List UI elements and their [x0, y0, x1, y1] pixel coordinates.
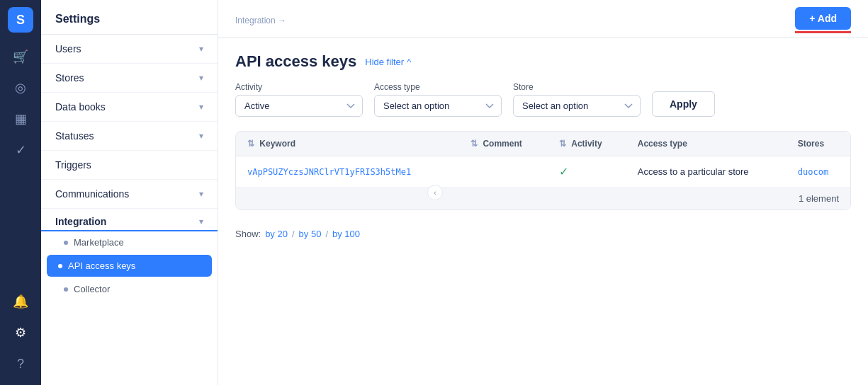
sidebar-section-triggers: Triggers	[41, 151, 218, 180]
activity-filter-label: Activity	[235, 82, 363, 92]
sort-icon: ⇅	[247, 139, 254, 149]
add-button[interactable]: + Add	[795, 7, 851, 30]
bullet-icon	[58, 264, 62, 268]
store-filter-select[interactable]: Select an option	[513, 95, 641, 117]
sidebar: Settings Users ▾ Stores ▾ Data books ▾ S…	[41, 0, 218, 385]
icon-bar: S 🛒 ◎ ▦ ✓ 🔔 ⚙ ?	[0, 0, 41, 385]
check-circle-icon[interactable]: ✓	[6, 136, 35, 164]
activity-cell: ✓	[548, 156, 626, 188]
sidebar-item-api-access-keys[interactable]: API access keys	[47, 255, 212, 277]
show-100-link[interactable]: by 100	[332, 229, 360, 239]
cart-icon[interactable]: 🛒	[6, 42, 35, 71]
keyword-cell: vApPSUZYczsJNRClrVT1yFRIS3h5tMe1	[236, 156, 459, 188]
filter-row: Activity Active Inactive All Access type…	[235, 82, 851, 117]
add-button-underline	[795, 31, 851, 33]
hide-filter-link[interactable]: Hide filter ^	[365, 57, 411, 67]
sidebar-item-databooks[interactable]: Data books ▾	[41, 93, 218, 121]
access-type-filter-label: Access type	[374, 82, 502, 92]
sort-icon: ⇅	[559, 139, 566, 149]
gear-icon[interactable]: ⚙	[6, 318, 35, 347]
access-type-cell: Access to a particular store	[626, 156, 787, 188]
store-filter-group: Store Select an option	[513, 82, 641, 117]
chevron-down-icon: ▾	[199, 131, 203, 141]
keyword-column-header[interactable]: ⇅ Keyword	[236, 132, 459, 156]
sidebar-title: Settings	[41, 0, 218, 35]
app-logo[interactable]: S	[8, 7, 33, 33]
show-20-link[interactable]: by 20	[265, 229, 288, 239]
store-link[interactable]: duocom	[798, 167, 828, 177]
sidebar-section-statuses: Statuses ▾	[41, 122, 218, 151]
sidebar-section-stores: Stores ▾	[41, 64, 218, 93]
activity-filter-select[interactable]: Active Inactive All	[235, 95, 363, 117]
sort-icon: ⇅	[470, 139, 478, 149]
separator: /	[292, 229, 295, 239]
sidebar-item-communications[interactable]: Communications ▾	[41, 180, 218, 208]
page-title-row: API access keys Hide filter ^	[235, 52, 851, 71]
integration-label: Integration	[55, 216, 106, 227]
sidebar-item-marketplace-label: Marketplace	[74, 237, 124, 248]
sidebar-item-triggers[interactable]: Triggers	[41, 151, 218, 179]
bell-icon[interactable]: 🔔	[6, 287, 35, 316]
access-type-column-header: Access type	[626, 132, 787, 156]
element-count-row: 1 element	[236, 188, 850, 210]
access-type-filter-select[interactable]: Select an option	[374, 95, 502, 117]
keyword-link[interactable]: vApPSUZYczsJNRClrVT1yFRIS3h5tMe1	[247, 167, 411, 177]
sidebar-section-databooks: Data books ▾	[41, 93, 218, 122]
chart-icon[interactable]: ▦	[6, 105, 35, 133]
pagination-row: Show: by 20 / by 50 / by 100	[235, 222, 851, 246]
show-50-link[interactable]: by 50	[299, 229, 322, 239]
sidebar-section-users: Users ▾	[41, 35, 218, 64]
comment-cell	[459, 156, 548, 188]
sidebar-section-communications: Communications ▾	[41, 180, 218, 209]
separator: /	[325, 229, 328, 239]
element-count: 1 element	[799, 193, 839, 204]
active-check-icon: ✓	[559, 166, 568, 178]
sidebar-item-collector[interactable]: Collector	[41, 278, 218, 300]
sidebar-collapse-button[interactable]: ‹	[427, 185, 443, 200]
activity-filter-group: Activity Active Inactive All	[235, 82, 363, 117]
main-content: Integration → + Add API access keys Hide…	[218, 0, 868, 385]
topbar: Integration → + Add	[218, 0, 868, 38]
chevron-down-icon: ▾	[199, 217, 203, 226]
bullet-icon	[64, 241, 68, 245]
comment-column-header[interactable]: ⇅ Comment	[459, 132, 548, 156]
chevron-up-icon: ^	[407, 57, 411, 67]
stores-cell: duocom	[787, 156, 850, 188]
sidebar-integration-section[interactable]: Integration ▾	[41, 209, 218, 231]
show-label: Show:	[235, 229, 261, 239]
table: ⇅ Keyword ⇅ Comment ⇅ Activity	[236, 132, 850, 209]
sidebar-item-stores[interactable]: Stores ▾	[41, 64, 218, 92]
apply-button[interactable]: Apply	[652, 91, 715, 117]
bullet-icon	[64, 287, 68, 292]
sidebar-item-api-keys-label: API access keys	[68, 260, 135, 271]
chevron-down-icon: ▾	[199, 73, 203, 83]
chevron-down-icon: ▾	[199, 44, 203, 54]
page-content: API access keys Hide filter ^ Activity A…	[218, 38, 868, 385]
store-filter-label: Store	[513, 82, 641, 92]
table-row: vApPSUZYczsJNRClrVT1yFRIS3h5tMe1 ✓ Acces…	[236, 156, 850, 188]
sidebar-item-marketplace[interactable]: Marketplace	[41, 231, 218, 253]
activity-column-header[interactable]: ⇅ Activity	[548, 132, 626, 156]
chevron-down-icon: ▾	[199, 102, 203, 112]
stores-column-header: Stores	[787, 132, 850, 156]
access-type-filter-group: Access type Select an option	[374, 82, 502, 117]
api-keys-table: ⇅ Keyword ⇅ Comment ⇅ Activity	[235, 131, 851, 210]
sidebar-item-statuses[interactable]: Statuses ▾	[41, 122, 218, 150]
sidebar-item-users[interactable]: Users ▾	[41, 35, 218, 63]
table-header-row: ⇅ Keyword ⇅ Comment ⇅ Activity	[236, 132, 850, 156]
sidebar-item-collector-label: Collector	[74, 284, 110, 294]
breadcrumb: Integration →	[235, 16, 286, 25]
help-icon[interactable]: ?	[6, 350, 35, 378]
target-icon[interactable]: ◎	[6, 74, 35, 102]
chevron-down-icon: ▾	[199, 189, 203, 199]
page-title: API access keys	[235, 52, 356, 71]
